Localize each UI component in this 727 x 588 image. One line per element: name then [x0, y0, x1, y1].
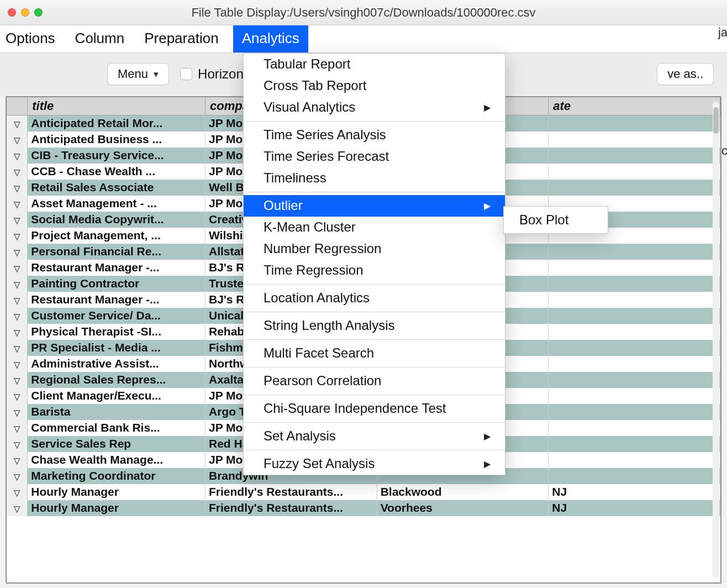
menu-item-label: Location Analytics — [264, 290, 370, 306]
menu-item-string-length-analysis[interactable]: String Length Analysis — [244, 315, 505, 337]
triangle-icon: ▽ — [14, 472, 20, 482]
cell-title: Project Management, ... — [28, 228, 206, 244]
menubar-item-column[interactable]: Column — [70, 25, 139, 53]
row-gutter[interactable]: ▽ — [7, 132, 28, 148]
row-gutter[interactable]: ▽ — [7, 468, 28, 484]
menu-item-chi-square-independence-test[interactable]: Chi-Square Independence Test — [244, 398, 505, 419]
submenu-item-box-plot[interactable]: Box Plot — [504, 207, 608, 233]
outlier-submenu[interactable]: Box Plot — [503, 206, 608, 234]
menu-item-location-analytics[interactable]: Location Analytics — [244, 287, 505, 309]
minimize-icon[interactable] — [21, 8, 29, 17]
triangle-icon: ▽ — [14, 167, 20, 177]
menu-separator — [244, 312, 505, 312]
chevron-right-icon: ▶ — [484, 201, 491, 211]
menu-item-cross-tab-report[interactable]: Cross Tab Report — [244, 75, 505, 97]
cell-title: Customer Service/ Da... — [28, 308, 206, 324]
triangle-icon: ▽ — [14, 183, 20, 193]
cell-title: Client Manager/Execu... — [28, 388, 206, 404]
menu-item-label: K-Mean Cluster — [264, 219, 356, 235]
menu-item-label: Fuzzy Set Analysis — [264, 456, 375, 471]
cell-title: Anticipated Business ... — [28, 132, 206, 148]
row-gutter[interactable]: ▽ — [7, 372, 28, 388]
cell-title: Administrative Assist... — [28, 356, 206, 372]
menu-item-visual-analytics[interactable]: Visual Analytics▶ — [244, 97, 505, 118]
row-gutter[interactable]: ▽ — [7, 212, 28, 228]
menubar-item-options[interactable]: Options — [0, 25, 70, 53]
row-gutter[interactable]: ▽ — [7, 164, 28, 180]
row-gutter[interactable]: ▽ — [7, 276, 28, 292]
horizontal-checkbox[interactable]: Horizon — [180, 66, 244, 82]
row-gutter[interactable]: ▽ — [7, 292, 28, 308]
horizontal-label: Horizon — [198, 66, 244, 82]
menu-item-set-analysis[interactable]: Set Analysis▶ — [244, 426, 505, 447]
column-header-state[interactable]: ate — [549, 97, 720, 116]
row-gutter[interactable]: ▽ — [7, 148, 28, 164]
analytics-menu[interactable]: Box Plot Tabular ReportCross Tab ReportV… — [243, 53, 505, 475]
triangle-icon: ▽ — [14, 135, 20, 145]
save-as-label: ve as.. — [667, 67, 703, 81]
row-gutter[interactable]: ▽ — [7, 260, 28, 276]
row-gutter[interactable]: ▽ — [7, 420, 28, 436]
row-gutter[interactable]: ▽ — [7, 196, 28, 212]
row-gutter[interactable]: ▽ — [7, 340, 28, 356]
table-row[interactable]: ▽Hourly ManagerFriendly's Restaurants...… — [7, 484, 720, 500]
menu-item-time-series-analysis[interactable]: Time Series Analysis — [244, 124, 505, 146]
triangle-icon: ▽ — [14, 119, 20, 129]
menu-item-tabular-report[interactable]: Tabular Report — [244, 54, 505, 75]
column-header-title[interactable]: title — [28, 97, 206, 116]
cell-state — [549, 164, 720, 180]
table-row[interactable]: ▽Hourly ManagerFriendly's Restaurants...… — [7, 500, 720, 516]
save-as-button[interactable]: ve as.. — [657, 63, 714, 85]
cell-title: Barista — [28, 404, 206, 420]
menu-item-label: Time Series Analysis — [264, 127, 386, 143]
menu-item-label: Number Regression — [264, 241, 381, 256]
row-gutter[interactable]: ▽ — [7, 356, 28, 372]
row-gutter[interactable]: ▽ — [7, 244, 28, 260]
vertical-scrollbar[interactable] — [713, 102, 719, 578]
row-gutter[interactable]: ▽ — [7, 388, 28, 404]
menu-item-fuzzy-set-analysis[interactable]: Fuzzy Set Analysis▶ — [244, 453, 505, 475]
scrollbar-thumb[interactable] — [713, 107, 719, 134]
cell-city: Voorhees — [377, 500, 549, 516]
row-gutter[interactable]: ▽ — [7, 436, 28, 452]
menu-item-number-regression[interactable]: Number Regression — [244, 238, 505, 260]
row-gutter[interactable]: ▽ — [7, 228, 28, 244]
row-gutter[interactable]: ▽ — [7, 404, 28, 420]
triangle-icon: ▽ — [14, 488, 20, 498]
cell-title: PR Specialist - Media ... — [28, 340, 206, 356]
menu-item-time-regression[interactable]: Time Regression — [244, 260, 505, 281]
triangle-icon: ▽ — [14, 392, 20, 402]
zoom-icon[interactable] — [34, 8, 43, 17]
row-gutter[interactable]: ▽ — [7, 484, 28, 500]
menu-item-multi-facet-search[interactable]: Multi Facet Search — [244, 343, 505, 364]
cell-state — [549, 468, 720, 484]
row-gutter[interactable]: ▽ — [7, 500, 28, 516]
menubar-item-preparation[interactable]: Preparation — [139, 25, 233, 53]
cell-title: Anticipated Retail Mor... — [28, 116, 206, 132]
close-icon[interactable] — [8, 8, 16, 17]
cell-state: NJ — [549, 484, 720, 500]
row-gutter[interactable]: ▽ — [7, 180, 28, 196]
menu-item-timeliness[interactable]: Timeliness — [244, 167, 505, 189]
row-gutter[interactable]: ▽ — [7, 116, 28, 132]
menu-item-outlier[interactable]: Outlier▶ — [244, 195, 505, 217]
row-gutter[interactable]: ▽ — [7, 324, 28, 340]
menubar-item-analytics[interactable]: Analytics — [233, 25, 308, 53]
chevron-right-icon: ▶ — [484, 459, 491, 469]
row-gutter[interactable]: ▽ — [7, 452, 28, 468]
menu-item-label: Time Series Forecast — [264, 149, 389, 164]
menu-separator — [244, 450, 505, 450]
cell-title: Chase Wealth Manage... — [28, 452, 206, 468]
menu-separator — [244, 367, 505, 368]
menu-item-time-series-forecast[interactable]: Time Series Forecast — [244, 146, 505, 167]
menu-item-k-mean-cluster[interactable]: K-Mean Cluster — [244, 217, 505, 238]
cell-state — [549, 148, 720, 164]
cell-city: Blackwood — [377, 484, 549, 500]
menu-button[interactable]: Menu ▾ — [107, 63, 169, 85]
cell-state — [549, 388, 720, 404]
row-gutter[interactable]: ▽ — [7, 308, 28, 324]
cropped-letter-2: c — [721, 144, 727, 158]
cell-state — [549, 276, 720, 292]
chevron-right-icon: ▶ — [484, 431, 491, 442]
menu-item-pearson-correlation[interactable]: Pearson Correlation — [244, 370, 505, 392]
